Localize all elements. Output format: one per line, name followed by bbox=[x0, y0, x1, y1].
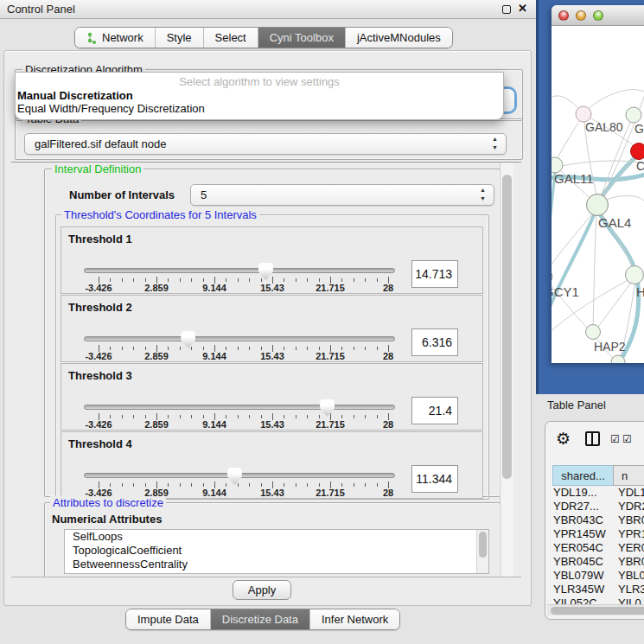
network-icon bbox=[86, 32, 97, 44]
list-scrollbar[interactable] bbox=[476, 530, 488, 573]
tab-style[interactable]: Style bbox=[156, 28, 204, 48]
algorithm-option[interactable]: Equal Width/Frequency Discretization bbox=[17, 102, 205, 115]
slider-tick bbox=[284, 483, 284, 487]
slider-tick-label: 2.859 bbox=[144, 351, 169, 361]
table-cell: YLR3 bbox=[618, 583, 644, 596]
slider-tick bbox=[133, 278, 134, 282]
algorithm-option[interactable]: Manual Discretization bbox=[17, 89, 133, 102]
slider-track[interactable] bbox=[84, 405, 395, 410]
gear-icon[interactable]: ⚙ bbox=[556, 429, 571, 448]
tab-select[interactable]: Select bbox=[204, 28, 258, 48]
slider-tick-label: 28 bbox=[383, 419, 393, 430]
tab-label: Discretize Data bbox=[222, 613, 298, 626]
tab-cyni-toolbox[interactable]: Cyni Toolbox bbox=[258, 28, 346, 48]
table-row[interactable]: YDL19...YDL1 bbox=[545, 486, 644, 500]
attribute-list-item[interactable]: SelfLoops bbox=[65, 530, 488, 544]
slider-tick bbox=[110, 347, 111, 350]
slider-tick bbox=[226, 347, 226, 350]
network-node-label: GA bbox=[634, 122, 644, 136]
close-traffic-light[interactable] bbox=[558, 10, 569, 21]
vertical-scrollbar[interactable] bbox=[500, 163, 513, 577]
network-window-titlebar bbox=[552, 5, 644, 26]
slider-tick bbox=[284, 347, 284, 350]
slider-thumb[interactable] bbox=[227, 468, 242, 485]
tab-jactivemnodules[interactable]: jActiveMNodules bbox=[346, 28, 452, 48]
slider-thumb[interactable] bbox=[181, 331, 195, 348]
network-view-window: GAL80GACGAL11GAL4GCY1HHAP2 bbox=[552, 5, 644, 363]
numerical-attributes-list[interactable]: SelfLoopsTopologicalCoefficientBetweenne… bbox=[64, 529, 489, 574]
tab-label: Style bbox=[167, 31, 192, 44]
slider-tick bbox=[168, 415, 169, 418]
table-row[interactable]: YBR043CYBR0 bbox=[545, 513, 644, 527]
horizontal-scrollbar[interactable] bbox=[547, 604, 644, 615]
network-node[interactable] bbox=[626, 107, 641, 123]
float-window-icon[interactable] bbox=[502, 5, 511, 14]
table-row[interactable]: YLR345WYLR3 bbox=[545, 583, 644, 596]
network-graph[interactable]: GAL80GACGAL11GAL4GCY1HHAP2 bbox=[552, 26, 644, 363]
network-edge[interactable] bbox=[593, 211, 596, 328]
table-cell: YBR043C bbox=[553, 513, 603, 527]
apply-button[interactable]: Apply bbox=[233, 580, 291, 600]
close-icon[interactable]: ✕ bbox=[518, 2, 527, 15]
network-edge[interactable] bbox=[597, 279, 633, 328]
slider-tick-label: 15.43 bbox=[260, 488, 284, 498]
threshold-value-field[interactable]: 6.316 bbox=[411, 328, 458, 356]
checkbox-icon[interactable]: ☑ bbox=[610, 433, 620, 445]
network-node-label: GAL11 bbox=[554, 171, 594, 186]
threshold-label: Threshold 3 bbox=[68, 369, 132, 382]
checkbox-icon[interactable]: ☑ bbox=[622, 433, 632, 445]
slider-tick bbox=[122, 415, 123, 418]
network-node[interactable] bbox=[586, 325, 601, 340]
slider-tick bbox=[203, 278, 204, 282]
slider-tick-label: 9.144 bbox=[202, 488, 226, 498]
table-row[interactable]: YBR045CYBR0 bbox=[545, 555, 644, 569]
slider-tick-label: 2.859 bbox=[144, 283, 169, 293]
network-node[interactable] bbox=[587, 194, 609, 216]
slider-thumb[interactable] bbox=[320, 399, 335, 417]
slider-tick-label: 15.43 bbox=[260, 351, 284, 361]
zoom-traffic-light[interactable] bbox=[593, 10, 603, 21]
minimize-traffic-light[interactable] bbox=[576, 10, 586, 21]
table-cell: YER0 bbox=[618, 541, 644, 555]
tab-network[interactable]: Network bbox=[75, 28, 156, 48]
column-header[interactable]: n bbox=[613, 465, 644, 486]
slider-tick-label: 21.715 bbox=[316, 419, 345, 430]
network-edge-highlighted[interactable] bbox=[552, 173, 555, 271]
network-node[interactable] bbox=[552, 270, 552, 284]
column-header[interactable]: shared... bbox=[552, 465, 614, 486]
slider-tick bbox=[226, 483, 226, 487]
number-of-intervals-combobox[interactable]: 5 ▲▼ bbox=[190, 184, 494, 206]
slider-tick-label: 28 bbox=[383, 283, 393, 293]
tab-label: jActiveMNodules bbox=[357, 31, 441, 44]
slider-track[interactable] bbox=[84, 268, 395, 273]
table-toolbar: ⚙ ☑ ☑ bbox=[545, 422, 644, 460]
network-node[interactable] bbox=[631, 143, 644, 160]
bottom-tab-discretize-data[interactable]: Discretize Data bbox=[211, 609, 310, 629]
tab-label: Impute Data bbox=[137, 613, 199, 626]
table-data-combobox[interactable]: galFiltered.sif default node ▲▼ bbox=[24, 133, 507, 155]
table-cell: YBL0 bbox=[618, 569, 644, 583]
bottom-tab-infer-network[interactable]: Infer Network bbox=[310, 609, 399, 629]
table-cell: YDR27... bbox=[553, 500, 599, 513]
threshold-value-field[interactable]: 11.344 bbox=[411, 465, 458, 493]
slider-track[interactable] bbox=[84, 336, 395, 341]
bottom-tab-impute-data[interactable]: Impute Data bbox=[126, 609, 211, 629]
combo-stepper-icon: ▲▼ bbox=[492, 135, 498, 152]
attribute-list-item[interactable]: BetweennessCentrality bbox=[65, 558, 488, 571]
slider-tick bbox=[122, 278, 123, 282]
slider-tick-label: 21.715 bbox=[316, 283, 345, 293]
table-row[interactable]: YER054CYER0 bbox=[545, 541, 644, 555]
network-node[interactable] bbox=[626, 266, 644, 284]
table-row[interactable]: YBL079WYBL0 bbox=[545, 569, 644, 583]
network-edge[interactable] bbox=[552, 210, 595, 273]
split-column-icon[interactable] bbox=[585, 431, 600, 446]
slider-thumb[interactable] bbox=[258, 263, 273, 280]
table-row[interactable]: YPR145WYPR1 bbox=[545, 527, 644, 541]
slider-tick bbox=[365, 415, 366, 418]
threshold-value-field[interactable]: 21.4 bbox=[411, 397, 458, 424]
attribute-list-item[interactable]: TopologicalCoefficient bbox=[65, 544, 488, 558]
tab-label: Network bbox=[102, 31, 143, 44]
table-row[interactable]: YDR27...YDR2 bbox=[545, 500, 644, 513]
table-cell: YPR1 bbox=[618, 527, 644, 541]
threshold-value-field[interactable]: 14.713 bbox=[411, 260, 458, 288]
